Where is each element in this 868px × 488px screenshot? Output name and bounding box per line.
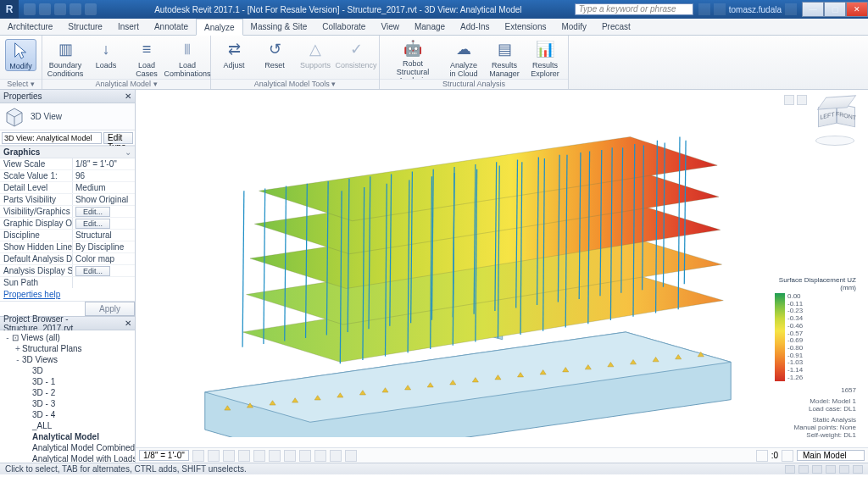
analyze-in-cloud-button[interactable]: ☁Analyzein Cloud bbox=[444, 37, 483, 78]
qat-redo-icon[interactable] bbox=[70, 3, 81, 15]
prop-value[interactable]: Edit... bbox=[73, 218, 135, 229]
prop-value[interactable]: Edit... bbox=[73, 265, 135, 276]
tree-item[interactable]: _ALL bbox=[0, 420, 135, 431]
group-label[interactable]: Structural Analysis bbox=[380, 79, 568, 89]
prop-row[interactable]: Default Analysis Displ...Color map bbox=[0, 253, 135, 265]
tab-architecture[interactable]: Architecture bbox=[0, 19, 60, 35]
prop-value[interactable]: 96 bbox=[73, 170, 135, 181]
prop-value[interactable]: Edit... bbox=[73, 206, 135, 217]
results-manager-button[interactable]: ▤ResultsManager bbox=[485, 37, 524, 78]
app-logo[interactable]: R bbox=[0, 0, 19, 19]
prop-group-graphics[interactable]: Graphics⌄ bbox=[0, 146, 135, 158]
tree-root[interactable]: -⊡ Views (all) bbox=[0, 332, 135, 343]
prop-value[interactable]: Show Original bbox=[73, 194, 135, 205]
prop-row[interactable]: Detail LevelMedium bbox=[0, 182, 135, 194]
tree-item[interactable]: 3D - 3 bbox=[0, 398, 135, 409]
shadows-icon[interactable] bbox=[238, 450, 250, 462]
account-icon[interactable] bbox=[714, 3, 726, 15]
properties-close-icon[interactable]: ✕ bbox=[125, 92, 131, 101]
properties-type-selector[interactable]: 3D View bbox=[0, 103, 135, 130]
crop-region-icon[interactable] bbox=[284, 450, 296, 462]
edit-button[interactable]: Edit... bbox=[75, 207, 110, 217]
minimize-button[interactable]: — bbox=[802, 2, 824, 17]
viewcube[interactable]: LEFT FRONT bbox=[814, 98, 856, 146]
prop-value[interactable] bbox=[73, 277, 135, 288]
tree-item[interactable]: 3D bbox=[0, 365, 135, 376]
prop-row[interactable]: Parts VisibilityShow Original bbox=[0, 194, 135, 206]
load-cases-button[interactable]: ≡LoadCases bbox=[127, 37, 166, 78]
reveal-hidden-icon[interactable] bbox=[330, 450, 342, 462]
qat-open-icon[interactable] bbox=[24, 3, 36, 15]
tab-extensions[interactable]: Extensions bbox=[498, 19, 554, 35]
home-view-icon[interactable] bbox=[784, 95, 794, 105]
prop-row[interactable]: Visibility/Graphics Ov...Edit... bbox=[0, 206, 135, 218]
prop-row[interactable]: Analysis Display Settin...Edit... bbox=[0, 265, 135, 277]
tab-analyze[interactable]: Analyze bbox=[196, 19, 243, 36]
sign-in-icon[interactable] bbox=[698, 3, 710, 15]
adjust-button[interactable]: ⇄Adjust bbox=[214, 37, 253, 78]
viewcube-compass[interactable] bbox=[815, 136, 854, 146]
analytical-icon[interactable] bbox=[345, 450, 357, 462]
view-scale[interactable]: 1/8" = 1'-0" bbox=[139, 450, 189, 461]
boundary-conditions-button[interactable]: ▥BoundaryConditions bbox=[46, 37, 85, 78]
detail-level-icon[interactable] bbox=[192, 450, 204, 462]
tree-item[interactable]: 3D - 4 bbox=[0, 409, 135, 420]
prop-row[interactable]: Scale Value 1:96 bbox=[0, 170, 135, 182]
tab-modify[interactable]: Modify bbox=[554, 19, 593, 35]
status-drag-icon[interactable] bbox=[812, 465, 822, 474]
select-dropdown[interactable]: Select ▾ bbox=[0, 79, 42, 89]
prop-row[interactable]: Show Hidden LinesBy Discipline bbox=[0, 241, 135, 253]
modify-button[interactable]: Modify bbox=[5, 39, 36, 71]
tree-item[interactable]: Analytical Model bbox=[0, 431, 135, 442]
prop-row[interactable]: Sun Path bbox=[0, 277, 135, 288]
project-browser-close-icon[interactable]: ✕ bbox=[125, 319, 131, 328]
qat-print-icon[interactable] bbox=[85, 3, 97, 15]
prop-value[interactable]: 1/8" = 1'-0" bbox=[73, 158, 135, 169]
tree-item[interactable]: -3D Views bbox=[0, 354, 135, 365]
crop-view-icon[interactable] bbox=[269, 450, 281, 462]
maximize-button[interactable]: ▢ bbox=[824, 2, 846, 17]
design-options-icon[interactable] bbox=[782, 450, 793, 462]
close-button[interactable]: ✕ bbox=[846, 2, 868, 17]
prop-value[interactable]: By Discipline bbox=[73, 241, 135, 252]
status-zoom-icon[interactable] bbox=[853, 465, 863, 474]
prop-row[interactable]: DisciplineStructural bbox=[0, 230, 135, 241]
edit-button[interactable]: Edit... bbox=[75, 266, 110, 276]
prop-value[interactable]: Structural bbox=[73, 230, 135, 241]
prop-value[interactable]: Medium bbox=[73, 182, 135, 193]
reset-button[interactable]: ↺Reset bbox=[255, 37, 294, 78]
robot-structural-analysis-button[interactable]: 🤖RobotStructural Analysis bbox=[383, 37, 442, 78]
tree-item[interactable]: Analytical Model with Loads bbox=[0, 453, 135, 463]
tab-view[interactable]: View bbox=[373, 19, 407, 35]
user-name[interactable]: tomasz.fudala bbox=[729, 5, 782, 14]
viewport[interactable]: LEFT FRONT bbox=[136, 90, 868, 463]
view-selector-input[interactable] bbox=[2, 132, 102, 144]
group-label[interactable]: Analytical Model Tools ▾ bbox=[211, 79, 379, 89]
sun-path-icon[interactable] bbox=[223, 450, 235, 462]
load-combinations-button[interactable]: ⫴LoadCombinations bbox=[168, 37, 207, 78]
worksets-icon[interactable] bbox=[756, 450, 768, 462]
tab-annotate[interactable]: Annotate bbox=[147, 19, 196, 35]
edit-button[interactable]: Edit... bbox=[75, 219, 110, 229]
status-filter-icon[interactable] bbox=[798, 465, 809, 474]
prop-value[interactable]: Color map bbox=[73, 253, 135, 264]
tree-item[interactable]: Analytical Model Combined bbox=[0, 442, 135, 453]
tree-item[interactable]: 3D - 2 bbox=[0, 387, 135, 398]
help-search-input[interactable]: Type a keyword or phrase bbox=[575, 3, 693, 15]
tab-collaborate[interactable]: Collaborate bbox=[314, 19, 373, 35]
tab-precast[interactable]: Precast bbox=[594, 19, 638, 35]
qat-save-icon[interactable] bbox=[39, 3, 51, 15]
tab-add-ins[interactable]: Add-Ins bbox=[453, 19, 497, 35]
help-icon[interactable] bbox=[785, 3, 797, 15]
main-model-select[interactable]: Main Model bbox=[797, 450, 865, 461]
lock-3d-icon[interactable] bbox=[299, 450, 311, 462]
status-select-icon[interactable] bbox=[785, 465, 795, 474]
edit-type-button[interactable]: Edit Type bbox=[103, 132, 133, 144]
prop-row[interactable]: View Scale1/8" = 1'-0" bbox=[0, 158, 135, 170]
rendering-icon[interactable] bbox=[253, 450, 265, 462]
properties-help-link[interactable]: Properties help bbox=[3, 290, 60, 299]
loads-button[interactable]: ↓Loads bbox=[86, 37, 125, 78]
status-pin-icon[interactable] bbox=[839, 465, 849, 474]
results-explorer-button[interactable]: 📊ResultsExplorer bbox=[526, 37, 565, 78]
visual-style-icon[interactable] bbox=[208, 450, 220, 462]
